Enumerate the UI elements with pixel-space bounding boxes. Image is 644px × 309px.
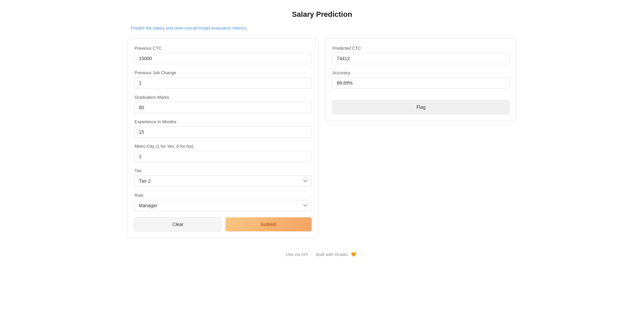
metro-city-label: Metro City (1 for Yes, 0 for No): [135, 144, 312, 149]
main-layout: Previous CTC Previous Job Change Graduat…: [127, 39, 517, 238]
accuracy-group: Accuracy: [332, 70, 509, 89]
submit-button[interactable]: Submit: [225, 217, 312, 231]
flag-button[interactable]: Flag: [332, 100, 509, 114]
page-subtitle: Predict the salary and view overall mode…: [131, 26, 517, 31]
metro-city-group: Metro City (1 for Yes, 0 for No): [135, 144, 312, 162]
predicted-ctc-group: Predicted CTC: [332, 46, 509, 64]
experience-months-input[interactable]: [135, 126, 312, 138]
gradio-icon: 🧡: [351, 252, 356, 257]
previous-job-change-label: Previous Job Change: [135, 70, 312, 75]
experience-months-group: Experience in Months: [135, 119, 312, 138]
api-link[interactable]: Use via API: [286, 252, 308, 257]
accuracy-output: [332, 77, 509, 89]
graduation-marks-group: Graduation Marks: [135, 95, 312, 113]
previous-job-change-group: Previous Job Change: [135, 70, 312, 89]
footer: Use via API · Built with Gradio 🧡: [127, 252, 517, 257]
graduation-marks-input[interactable]: [135, 102, 312, 113]
previous-job-change-input[interactable]: [135, 77, 312, 89]
page-title: Salary Prediction: [127, 10, 517, 19]
role-label: Role: [135, 193, 312, 198]
previous-ctc-label: Previous CTC: [135, 46, 312, 51]
role-group: Role Manager Engineer Analyst Director: [135, 193, 312, 211]
clear-button[interactable]: Clear: [135, 217, 221, 231]
tier-group: Tier Tier 1 Tier 2 Tier 3: [135, 168, 312, 187]
gradio-link[interactable]: Built with Gradio: [316, 252, 348, 257]
footer-separator: ·: [312, 252, 313, 257]
role-select[interactable]: Manager Engineer Analyst Director: [135, 200, 312, 211]
accuracy-label: Accuracy: [332, 70, 509, 75]
output-panel: Predicted CTC Accuracy Flag: [325, 39, 517, 121]
experience-months-label: Experience in Months: [135, 119, 312, 124]
previous-ctc-group: Previous CTC: [135, 46, 312, 64]
metro-city-input[interactable]: [135, 151, 312, 162]
action-buttons: Clear Submit: [135, 217, 312, 231]
tier-label: Tier: [135, 168, 312, 173]
input-panel: Previous CTC Previous Job Change Graduat…: [127, 39, 319, 238]
tier-select[interactable]: Tier 1 Tier 2 Tier 3: [135, 175, 312, 187]
graduation-marks-label: Graduation Marks: [135, 95, 312, 100]
predicted-ctc-output: [332, 53, 509, 64]
predicted-ctc-label: Predicted CTC: [332, 46, 509, 51]
previous-ctc-input[interactable]: [135, 53, 312, 64]
